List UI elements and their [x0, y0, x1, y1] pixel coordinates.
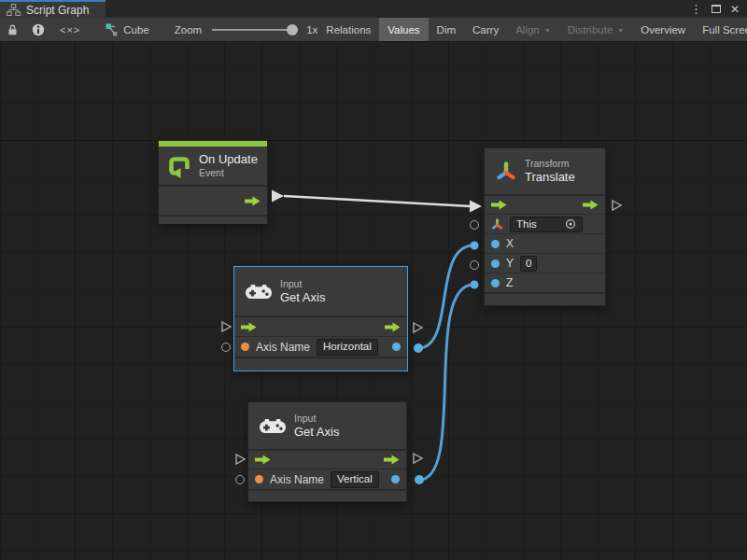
axis-name-value: Vertical: [337, 473, 373, 485]
this-field[interactable]: This: [510, 217, 583, 232]
window-controls: ⋮ ✕: [690, 0, 747, 18]
x-port-dot[interactable]: [491, 240, 500, 248]
dim-button[interactable]: Dim: [429, 18, 464, 41]
result-port-dot[interactable]: [392, 343, 401, 351]
value-output-port-horizontal[interactable]: [414, 343, 423, 353]
values-label: Values: [388, 24, 419, 35]
info-button[interactable]: [25, 18, 51, 41]
get-axis-v-axis-name-input-port[interactable]: [235, 475, 245, 484]
control-output-arrow-icon[interactable]: [245, 196, 261, 206]
zoom-slider[interactable]: [212, 29, 298, 31]
chevron-down-icon: ▼: [544, 27, 551, 34]
value-input-port-x[interactable]: [471, 242, 479, 250]
value-wire-vertical-to-z: [419, 285, 473, 480]
control-output-arrow-icon[interactable]: [384, 455, 400, 465]
zoom-slider-handle[interactable]: [287, 24, 298, 35]
align-dropdown[interactable]: Align ▼: [507, 18, 559, 41]
z-port-dot[interactable]: [491, 279, 500, 287]
axis-name-port-dot[interactable]: [241, 343, 249, 351]
graph-asset-icon: [105, 22, 119, 36]
overview-button[interactable]: Overview: [632, 18, 694, 41]
axis-name-port-dot[interactable]: [255, 475, 263, 483]
distribute-dropdown[interactable]: Distribute ▼: [559, 18, 633, 41]
graph-target-button[interactable]: Cube: [96, 18, 158, 41]
node-title: Get Axis: [280, 290, 325, 305]
control-row: [234, 315, 407, 336]
y-field[interactable]: 0: [520, 256, 537, 272]
code-preview-button[interactable]: <×>: [51, 18, 89, 41]
get-axis-v-control-output-port[interactable]: [412, 452, 424, 465]
graph-target-label: Cube: [123, 24, 149, 35]
chevron-down-icon: ▼: [617, 27, 624, 34]
get-axis-h-control-output-port[interactable]: [412, 321, 424, 334]
node-category: Transform: [525, 158, 575, 170]
relations-button[interactable]: Relations: [317, 18, 379, 41]
translate-y-input-port[interactable]: [470, 260, 479, 270]
this-row: This: [485, 214, 605, 233]
node-category: Input: [294, 413, 339, 425]
distribute-label: Distribute: [568, 24, 613, 35]
y-label: Y: [506, 257, 514, 270]
node-footer: [248, 489, 406, 498]
maximize-icon[interactable]: [712, 5, 721, 13]
overview-label: Overview: [641, 24, 685, 35]
axis-name-label: Axis Name: [270, 473, 324, 486]
get-axis-v-control-input-port[interactable]: [234, 453, 247, 466]
update-event-icon: [167, 154, 191, 178]
translate-control-output-port[interactable]: [611, 199, 623, 212]
close-icon[interactable]: ✕: [730, 4, 740, 15]
fullscreen-button[interactable]: Full Screen: [694, 18, 747, 41]
value-output-port-vertical[interactable]: [415, 475, 424, 484]
control-output-arrow-icon[interactable]: [385, 322, 401, 332]
control-input-arrow-icon[interactable]: [255, 455, 271, 465]
window-menu-icon[interactable]: ⋮: [690, 3, 702, 15]
y-port-dot[interactable]: [491, 259, 500, 268]
control-input-arrow-icon[interactable]: [241, 322, 257, 332]
zoom-control: Zoom 1x: [175, 18, 318, 41]
node-title: Translate: [525, 170, 575, 185]
control-row: [485, 194, 605, 214]
tab-script-graph[interactable]: Script Graph: [0, 0, 106, 18]
node-subtitle: Event: [199, 167, 258, 179]
z-row: Z: [485, 273, 605, 292]
node-on-update[interactable]: On Update Event: [158, 140, 268, 224]
carry-button[interactable]: Carry: [464, 18, 507, 41]
graph-canvas[interactable]: On Update Event Transform: [0, 42, 747, 560]
values-button[interactable]: Values: [379, 18, 428, 41]
object-picker-icon[interactable]: [565, 218, 576, 230]
result-port-dot[interactable]: [391, 475, 400, 483]
translate-this-input-port[interactable]: [470, 220, 479, 230]
control-input-port-filled[interactable]: [470, 201, 482, 213]
align-label: Align: [515, 24, 540, 35]
get-axis-h-control-input-port[interactable]: [220, 320, 233, 333]
control-output-arrow-icon[interactable]: [583, 200, 599, 210]
value-input-port-z[interactable]: [471, 281, 479, 289]
node-get-axis-horizontal[interactable]: Input Get Axis Axis Name Horizontal: [233, 266, 408, 371]
control-input-arrow-icon[interactable]: [491, 200, 507, 210]
get-axis-h-axis-name-input-port[interactable]: [221, 343, 231, 352]
axis-name-field[interactable]: Horizontal: [317, 339, 378, 356]
tab-title: Script Graph: [26, 4, 89, 17]
lock-button[interactable]: [0, 18, 25, 41]
z-label: Z: [506, 276, 513, 289]
transform-mini-icon: [491, 218, 503, 231]
tab-bar: Script Graph ⋮ ✕: [0, 0, 747, 18]
node-footer: [159, 215, 267, 224]
zoom-value: 1x: [306, 24, 317, 35]
axis-name-value: Horizontal: [323, 341, 372, 353]
node-title: Get Axis: [294, 425, 339, 440]
y-row: Y 0: [485, 253, 605, 273]
node-translate[interactable]: Transform Translate This: [484, 147, 606, 306]
node-get-axis-vertical[interactable]: Input Get Axis Axis Name Vertical: [247, 401, 407, 502]
node-title: On Update: [199, 152, 258, 167]
node-footer: [234, 357, 407, 366]
transform-icon: [495, 161, 517, 183]
axis-name-row: Axis Name Horizontal: [234, 336, 407, 357]
axis-name-row: Axis Name Vertical: [248, 469, 406, 489]
control-output-port-filled[interactable]: [272, 190, 284, 203]
node-category: Input: [280, 278, 325, 290]
x-label: X: [506, 237, 514, 250]
axis-name-field[interactable]: Vertical: [331, 471, 379, 488]
graph-hierarchy-icon: [7, 4, 21, 16]
script-graph-window: Script Graph ⋮ ✕ <×>: [0, 0, 747, 560]
